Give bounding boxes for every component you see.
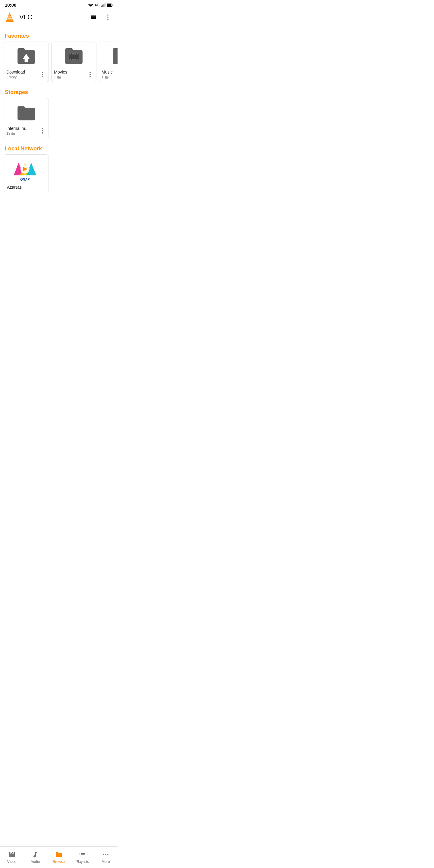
- status-bar: 10:00 4G: [0, 0, 118, 9]
- svg-point-35: [103, 854, 104, 855]
- svg-rect-24: [72, 59, 73, 60]
- status-time: 10:00: [5, 2, 16, 7]
- svg-rect-21: [74, 53, 76, 55]
- browse-nav-icon: [55, 851, 62, 858]
- svg-rect-6: [112, 4, 113, 6]
- video-nav-icon: [8, 851, 16, 858]
- svg-rect-20: [72, 53, 73, 55]
- audio-nav-icon: [32, 851, 39, 858]
- app-bar-actions: [87, 11, 114, 23]
- svg-rect-26: [77, 59, 79, 60]
- svg-rect-1: [101, 5, 102, 7]
- svg-point-36: [105, 854, 106, 855]
- svg-rect-25: [74, 59, 76, 60]
- svg-rect-22: [77, 53, 79, 55]
- folder-music-icon: [111, 45, 118, 67]
- music-card-info: Music 1: [101, 70, 118, 79]
- svg-rect-4: [104, 3, 105, 7]
- bottom-nav: Video Audio Browse Playlists More: [0, 846, 118, 868]
- nav-more-label: More: [101, 860, 110, 864]
- svg-rect-2: [103, 4, 104, 7]
- vlc-logo: [4, 11, 16, 23]
- folder-movie-icon: [63, 45, 85, 67]
- nav-more[interactable]: More: [94, 846, 118, 868]
- svg-rect-19: [70, 53, 71, 55]
- nav-playlists[interactable]: Playlists: [70, 846, 94, 868]
- nav-playlists-label: Playlists: [76, 860, 89, 864]
- download-card[interactable]: Download Empty: [4, 41, 49, 82]
- more-nav-icon: [102, 851, 110, 858]
- app-title: VLC: [19, 13, 87, 21]
- storages-header: Storages: [0, 84, 118, 98]
- svg-rect-11: [7, 18, 12, 19]
- download-menu-button[interactable]: [38, 70, 47, 79]
- download-icon-wrapper: [6, 45, 46, 67]
- nav-video-label: Video: [7, 860, 16, 864]
- battery-icon: [107, 3, 113, 7]
- local-network-section: Local Network: [0, 141, 118, 195]
- download-menu-icon: [42, 72, 43, 77]
- movies-menu-icon: [90, 72, 91, 77]
- svg-rect-14: [91, 16, 96, 17]
- svg-text:QNAP: QNAP: [20, 178, 30, 181]
- svg-rect-7: [107, 4, 111, 6]
- azanas-title: AzaNas: [6, 185, 46, 190]
- list-view-button[interactable]: [87, 11, 99, 23]
- nav-browse-label: Browse: [53, 860, 65, 864]
- music-card[interactable]: Music 1: [99, 41, 118, 82]
- main-content: Favorites Download Empty: [0, 26, 118, 219]
- favorites-header: Favorites: [0, 28, 118, 41]
- svg-rect-23: [70, 59, 71, 60]
- nav-video[interactable]: Video: [0, 846, 24, 868]
- internal-memory-card[interactable]: Internal m.. 13: [4, 98, 49, 138]
- internal-menu-icon: [42, 128, 43, 133]
- music-card-title: Music: [101, 70, 118, 74]
- folder-small-icon-internal: [11, 132, 16, 135]
- svg-rect-12: [8, 17, 11, 18]
- movies-icon-wrapper: [54, 45, 94, 67]
- wifi-icon: [88, 3, 93, 7]
- svg-rect-13: [91, 15, 96, 16]
- app-bar: VLC: [0, 9, 118, 26]
- internal-icon-wrapper: [6, 102, 46, 124]
- signal-icon: [101, 3, 105, 7]
- local-network-header: Local Network: [0, 141, 118, 154]
- azanas-card[interactable]: QNAP AzaNas: [4, 154, 49, 192]
- local-network-cards: QNAP AzaNas: [0, 154, 118, 195]
- music-card-subtitle: 1: [101, 75, 118, 79]
- vertical-dots-icon: [107, 14, 108, 20]
- list-view-icon: [90, 14, 97, 21]
- playlists-nav-icon: [79, 851, 86, 858]
- folder-plain-icon: [16, 102, 37, 124]
- nav-audio-label: Audio: [31, 860, 40, 864]
- network-4g-icon: 4G: [95, 3, 99, 7]
- svg-rect-0: [101, 6, 101, 7]
- folder-small-icon: [57, 75, 61, 79]
- nav-browse[interactable]: Browse: [47, 846, 70, 868]
- svg-rect-9: [6, 21, 13, 22]
- svg-rect-15: [91, 17, 96, 18]
- svg-rect-3: [104, 3, 104, 7]
- storages-cards: Internal m.. 13: [0, 98, 118, 141]
- music-icon-wrapper: [101, 45, 118, 67]
- folder-download-icon: [16, 45, 37, 67]
- favorites-section: Favorites Download Empty: [0, 28, 118, 84]
- svg-point-37: [107, 854, 108, 855]
- movies-menu-button[interactable]: [85, 70, 95, 79]
- storages-section: Storages Internal m.. 13: [0, 84, 118, 141]
- status-icons: 4G: [88, 3, 113, 7]
- nav-audio[interactable]: Audio: [24, 846, 47, 868]
- qnap-logo-wrapper: QNAP: [6, 158, 46, 182]
- more-options-button[interactable]: [102, 11, 114, 23]
- movies-card[interactable]: Movies 1: [51, 41, 96, 82]
- svg-rect-16: [91, 19, 96, 19]
- favorites-cards: Download Empty: [0, 41, 118, 84]
- folder-small-icon-music: [104, 75, 109, 79]
- qnap-logo-icon: QNAP: [11, 158, 41, 182]
- internal-menu-button[interactable]: [38, 126, 47, 135]
